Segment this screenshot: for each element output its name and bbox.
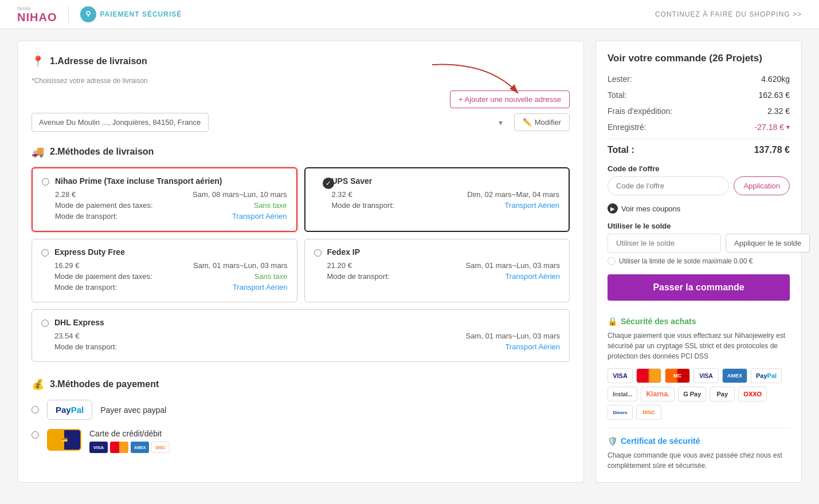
express-title: Express Duty Free	[54, 247, 288, 257]
continue-shopping-link[interactable]: CONTINUEZ À FAIRE DU SHOPPING >>	[655, 10, 802, 18]
paypal-logo: PayPal	[47, 400, 92, 420]
security-title: 🔒 Sécurité des achats	[608, 317, 790, 326]
saved-value-row: -27.18 € ▾	[755, 123, 790, 132]
secure-label: PAIEMENT SÉCURISÉ	[100, 10, 182, 18]
credit-card-option[interactable]: 💳 Carte de crédit/débit VISA AMEX DISC	[32, 429, 570, 453]
cert-title-text: Certificat de sécurité	[621, 436, 700, 446]
paypal-text: PayPal	[56, 405, 84, 415]
ups-saver-transport-row: Mode de transport: Transport Aérien	[332, 201, 560, 210]
dhl-price: 23.54 €	[54, 332, 79, 340]
amex-icon: AMEX	[131, 442, 149, 453]
modify-address-button[interactable]: ✏️ Modifier	[514, 113, 570, 131]
logo-area: family NIHAO	[17, 6, 57, 23]
nihao-prime-transport-value: Transport Aérien	[232, 212, 287, 220]
mastercard-logo: MC	[636, 368, 661, 383]
balance-input[interactable]	[608, 234, 721, 253]
balance-label: Utiliser le le solde	[608, 222, 790, 230]
express-price: 16.29 €	[54, 261, 79, 270]
card-icons: VISA AMEX DISC	[89, 442, 170, 453]
express-transport-label: Mode de transport:	[54, 283, 117, 292]
nihao-prime-tax-value: Sans taxe	[254, 201, 287, 210]
shield-icon: 🛡️	[608, 436, 617, 446]
delivery-card-nihao-prime[interactable]: Nihao Prime (Taxe incluse Transport aéri…	[32, 167, 297, 232]
credit-card-info: Carte de crédit/débit VISA AMEX DISC	[89, 429, 170, 453]
apply-balance-button[interactable]: Appliquer le le solde	[726, 234, 810, 253]
nihao-prime-price: 2.28 €	[55, 190, 76, 199]
delivery-card-ups-saver[interactable]: ✓ UPS Saver 2.32 € Dim, 02 mars~Mar, 04 …	[304, 167, 570, 232]
shipping-value: 2.32 €	[767, 107, 790, 116]
truck-icon: 🚚	[32, 145, 44, 158]
checkout-button[interactable]: Passer la commande	[608, 274, 790, 301]
dhl-price-row: 23.54 € Sam, 01 mars~Lun, 03 mars	[54, 332, 560, 340]
cert-desc: Chaque commande que vous avez passée che…	[608, 450, 790, 471]
svg-point-0	[87, 11, 90, 15]
paypal-option[interactable]: PayPal Payer avec paypal	[32, 400, 570, 420]
delivery-radio-nihao-prime[interactable]	[42, 178, 49, 186]
header: family NIHAO PAIEMENT SÉCURISÉ CONTINUEZ…	[0, 0, 819, 29]
visa-logo: VISA	[608, 368, 633, 383]
balance-limit-radio	[608, 257, 616, 265]
fedex-price: 21.20 €	[327, 261, 352, 270]
balance-limit-label: Utiliser la limite de le solde maximale …	[619, 257, 753, 265]
nihao-prime-transport-label: Mode de transport:	[55, 212, 117, 220]
security-section: 🔒 Sécurité des achats Chaque paiement qu…	[608, 317, 790, 471]
nihao-prime-tax-row: Mode de paiement des taxes: Sans taxe	[55, 201, 287, 210]
credit-card-label: Carte de crédit/débit	[89, 429, 170, 438]
balance-input-row: Appliquer le le solde	[608, 234, 790, 253]
saved-value: -27.18 €	[755, 123, 784, 132]
address-select[interactable]: Avenue Du Moulin ..., Jonquières, 84150,…	[32, 113, 209, 132]
oxxo-logo: OXXO	[738, 387, 767, 401]
lock-icon: 🔒	[608, 317, 617, 326]
address-select-wrapper: Avenue Du Moulin ..., Jonquières, 84150,…	[32, 113, 508, 132]
paypal-radio[interactable]	[32, 406, 39, 414]
installment-logo: Instal...	[608, 387, 637, 401]
fedex-title: Fedex IP	[327, 247, 561, 257]
right-panel: Voir votre commande (26 Projets) Lester:…	[595, 41, 802, 483]
delivery-card-fedex-ip[interactable]: Fedex IP 21.20 € Sam, 01 mars~Lun, 03 ma…	[304, 239, 570, 302]
coupon-input[interactable]	[608, 176, 729, 195]
express-date: Sam, 01 mars~Lun, 03 mars	[193, 261, 287, 270]
cert-title: 🛡️ Certificat de sécurité	[608, 436, 790, 446]
ups-saver-price-row: 2.32 € Dim, 02 mars~Mar, 04 mars	[332, 190, 560, 199]
delivery-section: 🚚 2.Méthodes de livraison Nihao Prime (T…	[32, 145, 570, 362]
payment-section-title: 3.Méthodes de payement	[50, 379, 159, 389]
grand-total-label: Total :	[608, 145, 634, 155]
order-title: Voir votre commande (26 Projets)	[608, 53, 790, 64]
address-hint: *Choisissez votre adresse de livraison	[32, 77, 570, 85]
ups-saver-transport-value: Transport Aérien	[504, 201, 559, 210]
main-container: 📍 1.Adresse de livraison *Choisissez vot…	[0, 29, 819, 494]
see-coupons-link[interactable]: ▶ Voir mes coupons	[608, 203, 790, 214]
klarna-logo: Klarna.	[641, 387, 675, 401]
coupon-section: Code de l'offre Application	[608, 164, 790, 195]
modify-label: Modifier	[535, 118, 561, 127]
paypal-logo-badge: PayPal	[751, 368, 782, 383]
ups-saver-title: UPS Saver	[332, 176, 560, 186]
delivery-radio-express[interactable]	[41, 249, 49, 257]
total-value: 162.63 €	[759, 90, 790, 100]
order-total-row: Total: 162.63 €	[608, 90, 790, 100]
ups-saver-transport-label: Mode de transport:	[332, 201, 394, 210]
delivery-section-header: 🚚 2.Méthodes de livraison	[32, 145, 570, 158]
coupon-input-row: Application	[608, 176, 790, 195]
delivery-card-express-duty-free[interactable]: Express Duty Free 16.29 € Sam, 01 mars~L…	[32, 239, 297, 302]
coupons-arrow-icon: ▶	[608, 203, 618, 214]
express-tax-value: Sans taxe	[254, 272, 288, 281]
cert-section: 🛡️ Certificat de sécurité Chaque command…	[608, 428, 790, 471]
dhl-transport-label: Mode de transport:	[54, 342, 117, 351]
express-price-row: 16.29 € Sam, 01 mars~Lun, 03 mars	[54, 261, 288, 270]
nihao-prime-transport-row: Mode de transport: Transport Aérien	[55, 212, 287, 220]
shipping-label: Frais d'expédition:	[608, 107, 672, 116]
delivery-radio-fedex[interactable]	[314, 249, 322, 257]
ups-saver-price: 2.32 €	[332, 190, 352, 199]
order-divider	[608, 139, 790, 139]
balance-limit: Utiliser la limite de le solde maximale …	[608, 257, 790, 265]
coupon-apply-button[interactable]: Application	[734, 176, 790, 195]
dhl-transport-value: Transport Aérien	[505, 342, 560, 351]
add-address-button[interactable]: + Ajouter une nouvelle adresse	[450, 90, 570, 108]
see-coupons-label: Voir mes coupons	[621, 204, 680, 213]
delivery-grid: Nihao Prime (Taxe incluse Transport aéri…	[32, 167, 570, 302]
fedex-date: Sam, 01 mars~Lun, 03 mars	[466, 261, 560, 270]
delivery-radio-dhl[interactable]	[41, 320, 49, 327]
credit-card-radio[interactable]	[32, 431, 39, 439]
delivery-card-dhl[interactable]: DHL Express 23.54 € Sam, 01 mars~Lun, 03…	[32, 309, 570, 362]
